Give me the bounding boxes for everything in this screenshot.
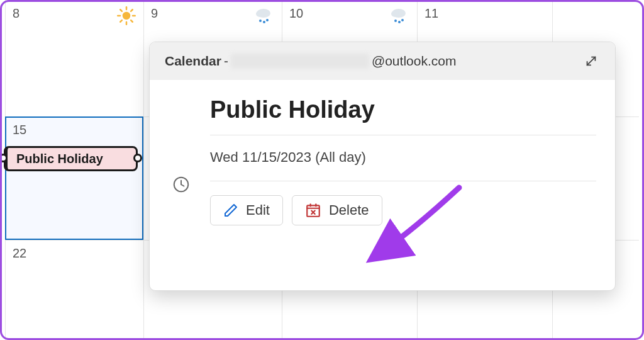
calendar-delete-icon xyxy=(305,202,321,218)
svg-point-15 xyxy=(391,11,399,17)
event-title: Public Holiday xyxy=(210,96,596,123)
divider xyxy=(210,181,596,181)
day-number: 15 xyxy=(13,123,26,137)
email-domain-label: @outlook.com xyxy=(372,54,457,69)
svg-point-12 xyxy=(263,21,265,23)
svg-point-10 xyxy=(256,11,264,17)
event-details-popup: Calendar - @outlook.com Public Holiday W… xyxy=(149,42,616,291)
svg-point-18 xyxy=(401,19,404,21)
edit-button[interactable]: Edit xyxy=(210,195,283,225)
pencil-icon xyxy=(223,203,238,218)
svg-point-11 xyxy=(259,20,262,22)
svg-line-8 xyxy=(131,9,133,11)
event-title-text: Public Holiday xyxy=(16,152,103,166)
clock-icon xyxy=(171,174,191,195)
weather-rain-icon xyxy=(389,6,409,28)
event-resize-handle-right[interactable] xyxy=(133,154,142,162)
expand-icon[interactable] xyxy=(582,52,600,70)
delete-label: Delete xyxy=(329,202,369,218)
day-number: 22 xyxy=(13,246,26,260)
weather-sunny-icon xyxy=(117,6,136,28)
day-cell-11[interactable]: 11 xyxy=(417,0,552,27)
day-number: 11 xyxy=(425,6,438,20)
svg-line-6 xyxy=(131,20,133,22)
svg-rect-21 xyxy=(307,205,319,216)
day-number: 9 xyxy=(151,6,158,20)
svg-line-5 xyxy=(120,9,122,11)
svg-line-7 xyxy=(120,20,122,22)
svg-point-13 xyxy=(266,19,269,21)
day-cell-22[interactable]: 22 xyxy=(5,240,143,267)
weather-rain-icon xyxy=(253,6,274,28)
svg-point-16 xyxy=(394,20,397,22)
account-name-redacted xyxy=(231,54,369,69)
svg-point-0 xyxy=(123,12,131,20)
edit-label: Edit xyxy=(246,202,270,218)
day-number: 8 xyxy=(13,6,19,20)
calendar-name-label: Calendar xyxy=(165,54,221,69)
svg-point-17 xyxy=(398,21,401,23)
delete-button[interactable]: Delete xyxy=(292,195,382,225)
popup-header: Calendar - @outlook.com xyxy=(150,42,615,80)
event-pill-public-holiday[interactable]: Public Holiday xyxy=(4,146,138,171)
event-datetime: Wed 11/15/2023 (All day) xyxy=(210,149,366,166)
separator: - xyxy=(224,54,228,69)
divider xyxy=(210,135,596,135)
svg-line-19 xyxy=(587,57,596,65)
day-number: 10 xyxy=(289,6,303,20)
